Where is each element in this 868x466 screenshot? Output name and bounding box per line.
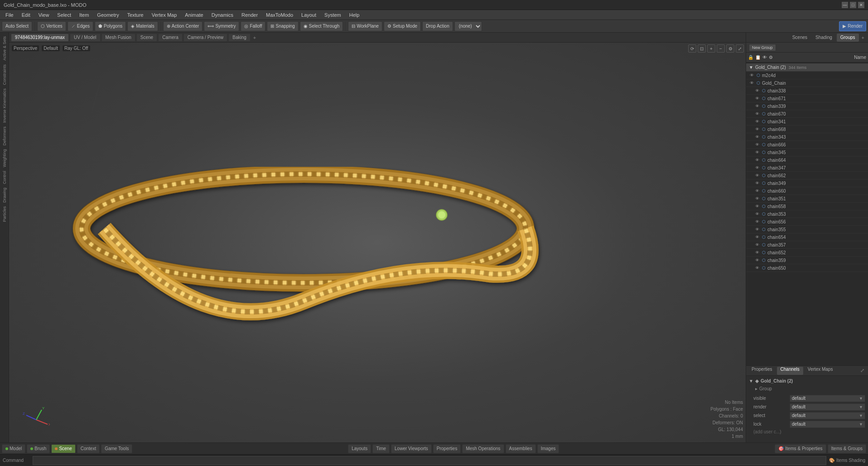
symmetry-button[interactable]: ⟺ Symmetry: [204, 21, 239, 31]
list-item[interactable]: 👁⬡chain652: [746, 249, 868, 257]
polygons-button[interactable]: ⬟ Polygons: [95, 21, 126, 31]
layouts-button[interactable]: Layouts: [348, 444, 371, 453]
prop-expand-icon[interactable]: ⤢: [858, 368, 866, 374]
tab-shading[interactable]: Shading: [812, 34, 836, 42]
list-item[interactable]: 👁⬡chain341: [746, 118, 868, 126]
tab-scenes[interactable]: Scenes: [789, 34, 811, 42]
lower-viewports-button[interactable]: Lower Viewports: [391, 444, 432, 453]
list-item[interactable]: 👁⬡chain338: [746, 87, 868, 95]
menu-item-help[interactable]: Help: [346, 11, 363, 19]
prop-value-select[interactable]: default ▼: [790, 412, 865, 419]
tab-vertex-maps[interactable]: Vertex Maps: [804, 367, 837, 375]
snapping-button[interactable]: ⊞ Snapping: [267, 21, 298, 31]
shading-label[interactable]: Default: [42, 45, 60, 51]
prop-value-render[interactable]: default ▼: [790, 403, 865, 411]
mesh-operations-button[interactable]: Mesh Operations: [462, 444, 504, 453]
render-button[interactable]: ▶ Render: [839, 21, 866, 31]
menu-item-layout[interactable]: Layout: [298, 11, 320, 19]
camera-reset-button[interactable]: ⟳: [688, 44, 696, 53]
tab-uv-model[interactable]: UV / Model: [70, 34, 100, 42]
drop-action-button[interactable]: Drop Action: [422, 21, 453, 31]
zoom-in-button[interactable]: +: [707, 44, 715, 53]
list-item[interactable]: 👁⬡chain670: [746, 110, 868, 118]
tab-baking[interactable]: Baking: [228, 34, 251, 42]
sidebar-item-ik[interactable]: Inverse Kinematics: [1, 87, 8, 125]
assemblies-button[interactable]: Assemblies: [506, 444, 536, 453]
list-item[interactable]: 👁⬡chain339: [746, 102, 868, 110]
images-button[interactable]: Images: [537, 444, 559, 453]
prop-value-visible[interactable]: default ▼: [790, 395, 865, 402]
tab-mesh-fusion[interactable]: Mesh Fusion: [101, 34, 135, 42]
list-item[interactable]: 👁⬡chain345: [746, 149, 868, 156]
list-item[interactable]: 👁⬡chain671: [746, 95, 868, 102]
menu-item-view[interactable]: View: [35, 11, 53, 19]
list-item[interactable]: 👁⬡Gold_Chain: [746, 79, 868, 87]
list-item[interactable]: 👁⬡chain666: [746, 141, 868, 149]
minimize-button[interactable]: —: [842, 2, 848, 8]
items-properties-button[interactable]: 🎯 Items & Properties: [775, 444, 826, 453]
scene-button[interactable]: Scene: [51, 444, 75, 453]
list-item[interactable]: 👁⬡chain349: [746, 180, 868, 187]
menu-item-render[interactable]: Render: [238, 11, 261, 19]
action-center-button[interactable]: ⊕ Action Center: [163, 21, 203, 31]
edges-button[interactable]: ⟋ Edges: [68, 21, 93, 31]
tab-camera-preview[interactable]: Camera / Preview: [183, 34, 227, 42]
list-item[interactable]: 👁⬡chain660: [746, 187, 868, 195]
list-item[interactable]: 👁⬡chain353: [746, 210, 868, 218]
menu-item-texture[interactable]: Texture: [124, 11, 147, 19]
sidebar-item-weighting[interactable]: Weighting: [1, 147, 8, 169]
falloff-button[interactable]: ◎ Falloff: [241, 21, 265, 31]
list-item[interactable]: 👁⬡chain355: [746, 226, 868, 233]
select-through-button[interactable]: ◉ Select Through: [300, 21, 343, 31]
sidebar-item-control[interactable]: Control: [1, 169, 8, 186]
context-button[interactable]: Context: [77, 444, 100, 453]
menu-item-file[interactable]: File: [2, 11, 17, 19]
list-item[interactable]: 👁⬡chain347: [746, 164, 868, 172]
3d-viewport[interactable]: Perspective Default Ray GL: Off ⟳ ⊡ + − …: [9, 43, 746, 442]
viewport-settings-button[interactable]: ⚙: [726, 44, 734, 53]
list-item[interactable]: 👁⬡chain668: [746, 126, 868, 133]
menu-item-item[interactable]: Item: [76, 11, 92, 19]
tab-groups[interactable]: Groups: [837, 34, 859, 42]
materials-button[interactable]: ◈ Materials: [127, 21, 158, 31]
list-item[interactable]: 👁⬡chain357: [746, 241, 868, 249]
items-list[interactable]: ▼ Gold_Chain (2) 344 Items 👁⬡m2c4d👁⬡Gold…: [746, 63, 868, 365]
new-group-button[interactable]: New Group: [749, 44, 776, 51]
sidebar-item-deformers[interactable]: Deformers: [1, 125, 8, 147]
properties-button[interactable]: Properties: [433, 444, 461, 453]
add-panel-tab[interactable]: +: [860, 35, 866, 40]
sidebar-item-constraints[interactable]: Constraints: [1, 63, 8, 87]
sidebar-item-particles[interactable]: Particles: [1, 204, 8, 224]
items-groups-button[interactable]: Items & Groups: [828, 444, 866, 453]
command-input[interactable]: [33, 456, 826, 465]
list-item[interactable]: 👁⬡m2c4d: [746, 72, 868, 79]
list-item[interactable]: 👁⬡chain656: [746, 218, 868, 226]
menu-item-edit[interactable]: Edit: [18, 11, 34, 19]
setup-mode-button[interactable]: ⚙ Setup Mode: [384, 21, 421, 31]
menu-item-select[interactable]: Select: [53, 11, 75, 19]
prop-value-lock[interactable]: default ▼: [790, 421, 865, 428]
close-button[interactable]: ✕: [858, 2, 864, 8]
sidebar-item-active-sets[interactable]: Active & Sets: [1, 34, 8, 63]
time-button[interactable]: Time: [372, 444, 390, 453]
tab-scene-layout[interactable]: 97484630199:lay-unmax: [11, 34, 69, 42]
list-item[interactable]: 👁⬡chain658: [746, 203, 868, 210]
workplane-button[interactable]: ⊟ WorkPlane: [348, 21, 382, 31]
brush-button[interactable]: Brush: [27, 444, 50, 453]
list-item[interactable]: 👁⬡chain650: [746, 264, 868, 272]
list-item[interactable]: 👁⬡chain359: [746, 257, 868, 264]
list-item[interactable]: 👁⬡chain654: [746, 233, 868, 241]
menu-item-dynamics[interactable]: Dynamics: [208, 11, 237, 19]
zoom-out-button[interactable]: −: [717, 44, 725, 53]
vertices-button[interactable]: ⬡ Vertices: [37, 21, 66, 31]
ray-gl-label[interactable]: Ray GL: Off: [63, 45, 90, 51]
menu-item-vertex-map[interactable]: Vertex Map: [148, 11, 181, 19]
add-user-channel[interactable]: (add user c...): [749, 428, 865, 435]
menu-item-system[interactable]: System: [321, 11, 345, 19]
fit-button[interactable]: ⊡: [698, 44, 706, 53]
expand-button[interactable]: ⤢: [736, 44, 744, 53]
tab-channels[interactable]: Channels: [777, 367, 803, 375]
perspective-label[interactable]: Perspective: [12, 45, 39, 51]
tab-properties[interactable]: Properties: [748, 367, 776, 375]
action-dropdown[interactable]: (none): [454, 21, 482, 31]
